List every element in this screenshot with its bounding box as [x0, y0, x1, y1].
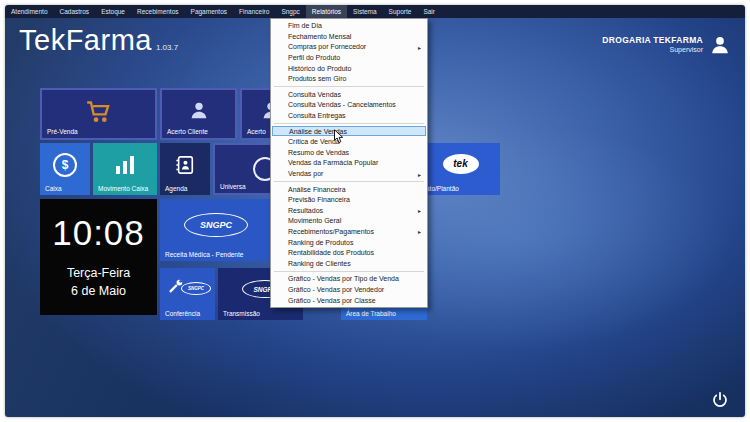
menu-item-consulta-vendas-cancelamentos[interactable]: Consulta Vendas - Cancelamentos: [272, 100, 426, 111]
app-version: 1.03.7: [156, 43, 178, 52]
app-logo: TekFarma1.03.7: [19, 24, 178, 57]
contact-book-icon: [175, 155, 195, 175]
menu-separator: [274, 86, 424, 87]
menu-item-label: Produtos sem Giro: [288, 75, 346, 82]
menu-item-label: Resultados: [288, 207, 323, 214]
tile-label: Transmissão: [223, 310, 260, 317]
tile-movimento-caixa[interactable]: Movimento Caixa: [93, 143, 157, 195]
menu-item-ranking-de-produtos[interactable]: Ranking de Produtos: [272, 237, 426, 248]
menu-item-label: Rentabilidade dos Produtos: [288, 249, 374, 256]
menu-item-grafico-vendas-por-tipo-de-venda[interactable]: Gráfico - Vendas por Tipo de Venda: [272, 274, 426, 285]
relatorios-dropdown-menu: Fim de Dia Fechamento Mensal Compras por…: [270, 18, 428, 309]
menu-item-label: Análise Financeira: [288, 186, 346, 193]
tile-label: ato/Plantão: [426, 185, 459, 192]
menu-item-label: Consulta Vendas - Cancelamentos: [288, 101, 396, 108]
menu-item-resultados[interactable]: Resultados▸: [272, 205, 426, 216]
tek-logo-icon: tek: [443, 154, 479, 174]
clock-time: 10:08: [40, 213, 157, 253]
menubar-item-estoque[interactable]: Estoque: [95, 5, 131, 18]
menu-item-analise-financeira[interactable]: Análise Financeira: [272, 184, 426, 195]
menubar-item-atendimento[interactable]: Atendimento: [5, 5, 54, 18]
menu-item-label: Vendas da Farmácia Popular: [288, 159, 378, 166]
menu-item-grafico-vendas-por-vendedor[interactable]: Gráfico - Vendas por Vendedor: [272, 284, 426, 295]
menu-item-critica-de-venda[interactable]: Crítica de Venda: [272, 136, 426, 147]
menu-item-grafico-vendas-por-classe[interactable]: Gráfico - Vendas por Classe: [272, 295, 426, 306]
menu-separator: [274, 123, 424, 124]
menu-item-fim-de-dia[interactable]: Fim de Dia: [272, 21, 426, 32]
tekfarma-window: Atendimento Cadastros Estoque Recebiment…: [5, 5, 745, 417]
menubar-item-sistema[interactable]: Sistema: [347, 5, 382, 18]
menu-separator: [274, 271, 424, 272]
menu-item-label: Consulta Entregas: [288, 112, 346, 119]
menu-item-label: Crítica de Venda: [288, 138, 340, 145]
menu-item-ranking-de-clientes[interactable]: Ranking de Clientes: [272, 258, 426, 269]
menu-item-recebimentos-pagamentos[interactable]: Recebimentos/Pagamentos▸: [272, 226, 426, 237]
tile-caixa[interactable]: $ Caixa: [40, 143, 90, 195]
clock-date: 6 de Maio: [40, 284, 157, 298]
tile-clock[interactable]: 10:08 Terça-Feira 6 de Maio: [40, 199, 157, 315]
tile-receita-medica[interactable]: SNGPC Receita Médica - Pendente: [160, 199, 272, 261]
sngpc-logo-icon: SNGPC: [184, 213, 248, 237]
menu-item-label: Recebimentos/Pagamentos: [288, 228, 374, 235]
tile-conferencia[interactable]: SNGPC Conferência: [160, 268, 215, 320]
mouse-cursor: [333, 129, 346, 144]
menubar-item-relatorios[interactable]: Relatórios: [306, 5, 347, 18]
menu-item-label: Gráfico - Vendas por Vendedor: [288, 286, 384, 293]
menubar-item-sngpc[interactable]: Sngpc: [275, 5, 305, 18]
tile-acerto-cliente[interactable]: Acerto Cliente: [160, 88, 237, 140]
menubar-item-cadastros[interactable]: Cadastros: [54, 5, 96, 18]
menu-item-historico-do-produto[interactable]: Histórico do Produto: [272, 63, 426, 74]
menu-item-label: Fim de Dia: [288, 22, 322, 29]
dollar-icon: $: [53, 153, 77, 177]
submenu-arrow-icon: ▸: [418, 228, 421, 235]
menubar-item-sair[interactable]: Sair: [417, 5, 441, 18]
menu-item-label: Gráfico - Vendas por Classe: [288, 297, 376, 304]
menu-item-label: Consulta Vendas: [288, 91, 341, 98]
menu-item-vendas-da-farmacia-popular[interactable]: Vendas da Farmácia Popular: [272, 158, 426, 169]
person-icon: [188, 99, 210, 121]
tile-label: Área de Trabalho: [346, 310, 396, 317]
power-button[interactable]: [711, 391, 729, 409]
menu-separator: [274, 181, 424, 182]
menu-item-perfil-do-produto[interactable]: Perfil do Produto: [272, 52, 426, 63]
menu-item-vendas-por[interactable]: Vendas por▸: [272, 168, 426, 179]
menu-item-consulta-vendas[interactable]: Consulta Vendas: [272, 89, 426, 100]
menu-item-analise-de-vendas[interactable]: Análise de Vendas: [272, 126, 426, 137]
tile-label: Acerto Cliente: [167, 128, 208, 135]
tile-label: Agenda: [165, 185, 187, 192]
menu-item-produtos-sem-giro[interactable]: Produtos sem Giro: [272, 73, 426, 84]
menu-item-previsao-financeira[interactable]: Previsão Financeira: [272, 194, 426, 205]
tile-label: Acerto: [247, 128, 266, 135]
tile-pre-venda[interactable]: Pré-Venda: [40, 88, 157, 140]
user-info: DROGARIA TEKFARMA Supervisor: [602, 35, 703, 53]
user-role: Supervisor: [602, 46, 703, 53]
menu-item-resumo-de-vendas[interactable]: Resumo de Vendas: [272, 147, 426, 158]
menu-item-compras-por-fornecedor[interactable]: Compras por Fornecedor▸: [272, 42, 426, 53]
tile-label: Movimento Caixa: [98, 185, 148, 192]
menubar: Atendimento Cadastros Estoque Recebiment…: [5, 5, 745, 18]
cart-icon: [84, 99, 114, 125]
menubar-item-recebimentos[interactable]: Recebimentos: [131, 5, 185, 18]
menu-item-rentabilidade-dos-produtos[interactable]: Rentabilidade dos Produtos: [272, 247, 426, 258]
menubar-item-suporte[interactable]: Suporte: [383, 5, 418, 18]
menu-item-fechamento-mensal[interactable]: Fechamento Mensal: [272, 31, 426, 42]
user-icon[interactable]: [709, 34, 731, 56]
tile-label: Caixa: [45, 185, 62, 192]
menu-item-label: Resumo de Vendas: [288, 149, 349, 156]
submenu-arrow-icon: ▸: [418, 207, 421, 214]
menu-item-label: Perfil do Produto: [288, 54, 340, 61]
menu-item-consulta-entregas[interactable]: Consulta Entregas: [272, 110, 426, 121]
menu-item-label: Compras por Fornecedor: [288, 43, 366, 50]
menu-item-label: Movimento Geral: [288, 217, 341, 224]
tile-label: Universa: [220, 183, 246, 190]
menu-item-label: Histórico do Produto: [288, 65, 351, 72]
menu-item-movimento-geral[interactable]: Movimento Geral: [272, 216, 426, 227]
menu-item-label: Ranking de Clientes: [288, 260, 351, 267]
tile-contato-plantao[interactable]: tek ato/Plantão: [421, 143, 500, 195]
tile-label: Receita Médica - Pendente: [165, 251, 243, 258]
menubar-item-financeiro[interactable]: Financeiro: [233, 5, 275, 18]
menubar-item-pagamentos[interactable]: Pagamentos: [185, 5, 234, 18]
sngpc-logo-icon: SNGPC: [181, 282, 211, 295]
screenshot-frame: Atendimento Cadastros Estoque Recebiment…: [0, 0, 750, 422]
tile-agenda[interactable]: Agenda: [160, 143, 210, 195]
